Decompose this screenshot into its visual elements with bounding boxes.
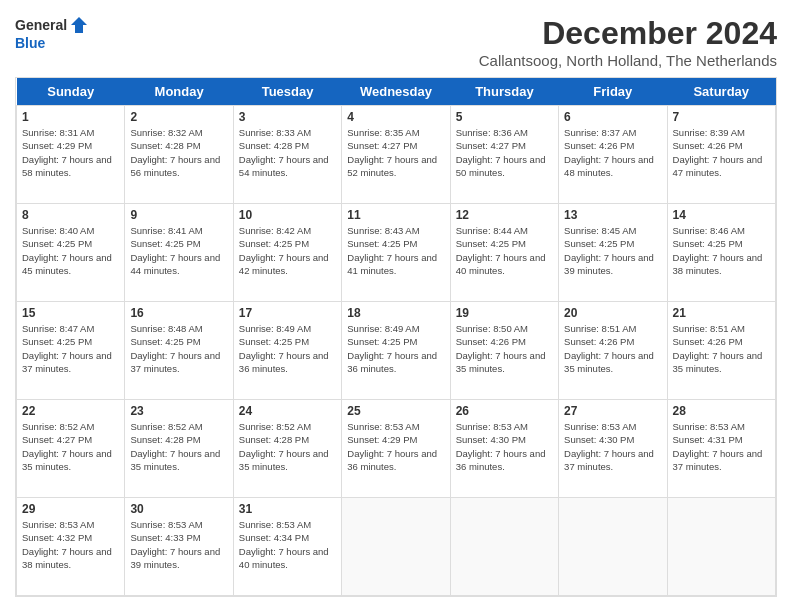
day-number: 31 — [239, 502, 336, 516]
day-number: 29 — [22, 502, 119, 516]
day-number: 14 — [673, 208, 770, 222]
day-cell: 7Sunrise: 8:39 AMSunset: 4:26 PMDaylight… — [667, 106, 775, 204]
day-cell: 2Sunrise: 8:32 AMSunset: 4:28 PMDaylight… — [125, 106, 233, 204]
day-cell: 19Sunrise: 8:50 AMSunset: 4:26 PMDayligh… — [450, 302, 558, 400]
day-info: Sunrise: 8:53 AMSunset: 4:33 PMDaylight:… — [130, 518, 227, 571]
day-info: Sunrise: 8:50 AMSunset: 4:26 PMDaylight:… — [456, 322, 553, 375]
logo: General Blue — [15, 15, 89, 51]
day-info: Sunrise: 8:51 AMSunset: 4:26 PMDaylight:… — [673, 322, 770, 375]
day-cell: 29Sunrise: 8:53 AMSunset: 4:32 PMDayligh… — [17, 498, 125, 596]
header-tuesday: Tuesday — [233, 78, 341, 106]
day-cell: 30Sunrise: 8:53 AMSunset: 4:33 PMDayligh… — [125, 498, 233, 596]
logo-general-text: General — [15, 17, 67, 33]
day-number: 13 — [564, 208, 661, 222]
day-number: 8 — [22, 208, 119, 222]
day-cell: 31Sunrise: 8:53 AMSunset: 4:34 PMDayligh… — [233, 498, 341, 596]
day-info: Sunrise: 8:32 AMSunset: 4:28 PMDaylight:… — [130, 126, 227, 179]
day-cell: 6Sunrise: 8:37 AMSunset: 4:26 PMDaylight… — [559, 106, 667, 204]
title-section: December 2024 Callantsoog, North Holland… — [479, 15, 777, 69]
day-number: 11 — [347, 208, 444, 222]
main-title: December 2024 — [479, 15, 777, 52]
day-number: 17 — [239, 306, 336, 320]
day-info: Sunrise: 8:51 AMSunset: 4:26 PMDaylight:… — [564, 322, 661, 375]
header-row: Sunday Monday Tuesday Wednesday Thursday… — [17, 78, 776, 106]
day-number: 9 — [130, 208, 227, 222]
day-number: 23 — [130, 404, 227, 418]
day-info: Sunrise: 8:41 AMSunset: 4:25 PMDaylight:… — [130, 224, 227, 277]
day-cell: 27Sunrise: 8:53 AMSunset: 4:30 PMDayligh… — [559, 400, 667, 498]
day-number: 4 — [347, 110, 444, 124]
day-cell: 9Sunrise: 8:41 AMSunset: 4:25 PMDaylight… — [125, 204, 233, 302]
day-cell — [450, 498, 558, 596]
day-number: 12 — [456, 208, 553, 222]
day-info: Sunrise: 8:47 AMSunset: 4:25 PMDaylight:… — [22, 322, 119, 375]
day-cell: 8Sunrise: 8:40 AMSunset: 4:25 PMDaylight… — [17, 204, 125, 302]
day-cell: 11Sunrise: 8:43 AMSunset: 4:25 PMDayligh… — [342, 204, 450, 302]
day-cell: 25Sunrise: 8:53 AMSunset: 4:29 PMDayligh… — [342, 400, 450, 498]
page: General Blue December 2024 Callantsoog, … — [0, 0, 792, 612]
day-info: Sunrise: 8:31 AMSunset: 4:29 PMDaylight:… — [22, 126, 119, 179]
day-cell: 12Sunrise: 8:44 AMSunset: 4:25 PMDayligh… — [450, 204, 558, 302]
day-cell: 21Sunrise: 8:51 AMSunset: 4:26 PMDayligh… — [667, 302, 775, 400]
week-row-3: 15Sunrise: 8:47 AMSunset: 4:25 PMDayligh… — [17, 302, 776, 400]
day-number: 3 — [239, 110, 336, 124]
day-info: Sunrise: 8:35 AMSunset: 4:27 PMDaylight:… — [347, 126, 444, 179]
day-cell: 13Sunrise: 8:45 AMSunset: 4:25 PMDayligh… — [559, 204, 667, 302]
day-info: Sunrise: 8:40 AMSunset: 4:25 PMDaylight:… — [22, 224, 119, 277]
day-number: 19 — [456, 306, 553, 320]
day-number: 24 — [239, 404, 336, 418]
header-friday: Friday — [559, 78, 667, 106]
day-info: Sunrise: 8:49 AMSunset: 4:25 PMDaylight:… — [347, 322, 444, 375]
day-cell: 3Sunrise: 8:33 AMSunset: 4:28 PMDaylight… — [233, 106, 341, 204]
week-row-4: 22Sunrise: 8:52 AMSunset: 4:27 PMDayligh… — [17, 400, 776, 498]
day-cell: 14Sunrise: 8:46 AMSunset: 4:25 PMDayligh… — [667, 204, 775, 302]
day-info: Sunrise: 8:37 AMSunset: 4:26 PMDaylight:… — [564, 126, 661, 179]
calendar-table: Sunday Monday Tuesday Wednesday Thursday… — [16, 78, 776, 596]
day-info: Sunrise: 8:49 AMSunset: 4:25 PMDaylight:… — [239, 322, 336, 375]
day-cell: 1Sunrise: 8:31 AMSunset: 4:29 PMDaylight… — [17, 106, 125, 204]
header-wednesday: Wednesday — [342, 78, 450, 106]
day-info: Sunrise: 8:53 AMSunset: 4:30 PMDaylight:… — [564, 420, 661, 473]
day-info: Sunrise: 8:52 AMSunset: 4:28 PMDaylight:… — [130, 420, 227, 473]
day-cell: 28Sunrise: 8:53 AMSunset: 4:31 PMDayligh… — [667, 400, 775, 498]
day-info: Sunrise: 8:53 AMSunset: 4:30 PMDaylight:… — [456, 420, 553, 473]
day-info: Sunrise: 8:46 AMSunset: 4:25 PMDaylight:… — [673, 224, 770, 277]
day-cell: 22Sunrise: 8:52 AMSunset: 4:27 PMDayligh… — [17, 400, 125, 498]
day-info: Sunrise: 8:44 AMSunset: 4:25 PMDaylight:… — [456, 224, 553, 277]
day-info: Sunrise: 8:42 AMSunset: 4:25 PMDaylight:… — [239, 224, 336, 277]
header-thursday: Thursday — [450, 78, 558, 106]
header: General Blue December 2024 Callantsoog, … — [15, 15, 777, 69]
day-cell — [559, 498, 667, 596]
day-number: 2 — [130, 110, 227, 124]
day-cell: 20Sunrise: 8:51 AMSunset: 4:26 PMDayligh… — [559, 302, 667, 400]
day-number: 18 — [347, 306, 444, 320]
day-number: 25 — [347, 404, 444, 418]
subtitle: Callantsoog, North Holland, The Netherla… — [479, 52, 777, 69]
day-number: 1 — [22, 110, 119, 124]
day-number: 6 — [564, 110, 661, 124]
day-number: 28 — [673, 404, 770, 418]
day-info: Sunrise: 8:52 AMSunset: 4:27 PMDaylight:… — [22, 420, 119, 473]
day-number: 15 — [22, 306, 119, 320]
day-cell: 4Sunrise: 8:35 AMSunset: 4:27 PMDaylight… — [342, 106, 450, 204]
day-info: Sunrise: 8:52 AMSunset: 4:28 PMDaylight:… — [239, 420, 336, 473]
week-row-5: 29Sunrise: 8:53 AMSunset: 4:32 PMDayligh… — [17, 498, 776, 596]
day-number: 7 — [673, 110, 770, 124]
day-info: Sunrise: 8:53 AMSunset: 4:34 PMDaylight:… — [239, 518, 336, 571]
day-number: 27 — [564, 404, 661, 418]
day-info: Sunrise: 8:39 AMSunset: 4:26 PMDaylight:… — [673, 126, 770, 179]
day-cell: 10Sunrise: 8:42 AMSunset: 4:25 PMDayligh… — [233, 204, 341, 302]
header-sunday: Sunday — [17, 78, 125, 106]
day-cell: 15Sunrise: 8:47 AMSunset: 4:25 PMDayligh… — [17, 302, 125, 400]
day-cell — [342, 498, 450, 596]
header-monday: Monday — [125, 78, 233, 106]
day-number: 20 — [564, 306, 661, 320]
day-cell: 5Sunrise: 8:36 AMSunset: 4:27 PMDaylight… — [450, 106, 558, 204]
calendar: Sunday Monday Tuesday Wednesday Thursday… — [15, 77, 777, 597]
header-saturday: Saturday — [667, 78, 775, 106]
week-row-1: 1Sunrise: 8:31 AMSunset: 4:29 PMDaylight… — [17, 106, 776, 204]
day-number: 21 — [673, 306, 770, 320]
day-cell: 24Sunrise: 8:52 AMSunset: 4:28 PMDayligh… — [233, 400, 341, 498]
logo-icon — [69, 15, 89, 35]
svg-marker-0 — [71, 17, 87, 33]
